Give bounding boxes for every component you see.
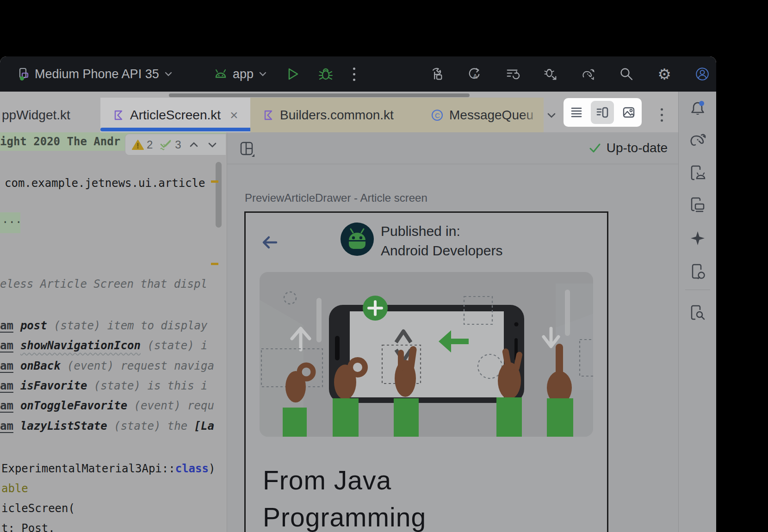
back-arrow-icon [261,233,279,252]
code-line-argument: t: Post. [1,521,55,532]
right-tool-stripe [678,92,716,532]
chevron-down-icon[interactable] [207,141,217,149]
logcat-button[interactable] [688,164,707,182]
device-mirroring-button[interactable] [688,262,707,281]
run-config-label: app [233,67,254,81]
kotlin-file-icon [262,109,274,121]
device-phone-icon [17,67,31,81]
build-button[interactable] [429,67,444,81]
settings-button[interactable]: ⚙ [657,67,672,81]
code-line-param: amlazyListState (state) the [La [0,419,214,433]
design-view-button[interactable] [617,101,640,124]
publisher-name: Android Developers [381,241,502,260]
folded-imports-block[interactable]: ... [0,212,20,233]
preview-status-label: Up-to-date [607,141,668,155]
close-icon[interactable]: × [230,107,238,123]
preview-status: Up-to-date [588,132,668,164]
split-view-button[interactable] [591,101,614,124]
gradle-button[interactable] [688,130,707,149]
article-title: From Java Programming [263,462,426,532]
preview-toolbar: Up-to-date [227,132,679,164]
preview-device-frame: Published in: Android Developers [244,211,608,532]
preview-layout-icon[interactable] [240,142,255,157]
code-line-param: amonBack (event) request naviga [0,359,214,373]
publisher-avatar [341,223,374,256]
chevron-down-icon [163,69,173,79]
gear-icon: ⚙ [657,67,671,82]
stripe-divider [685,290,710,290]
code-line-param: amisFavorite (state) is this i [0,379,208,393]
passed-count: 3 [175,138,181,151]
code-editor[interactable]: ight 2020 The Andr 2 [0,132,226,532]
gradle-sync-button[interactable] [581,67,596,81]
editor-view-mode-toggle [564,98,642,127]
code-line-optin: ExperimentalMaterial3Api::class) [1,462,215,476]
warning-count: 2 [147,138,153,151]
gemini-button[interactable] [688,229,707,247]
compose-preview-panel: Up-to-date PreviewArticleDrawer - Articl… [227,132,679,532]
code-line-param: amonToggleFavorite (event) requ [0,399,214,413]
svg-text:C: C [435,111,440,119]
kebab-icon [661,108,663,122]
run-configuration-selector[interactable]: app [213,56,268,92]
code-line-param: amshowNavigationIcon (state) i [0,339,208,353]
code-view-button[interactable] [565,101,588,124]
running-devices-button[interactable] [688,196,707,214]
search-everywhere-button[interactable] [619,67,634,81]
check-icon [588,142,601,154]
code-line-comment: eless Article Screen that displ [0,277,207,291]
code-line-copyright: ight 2020 The Andr [0,135,120,148]
device-selector[interactable]: Medium Phone API 35 [17,56,173,92]
debug-button[interactable] [317,56,334,92]
notifications-button[interactable] [688,99,707,118]
tab-scroll-indicator[interactable] [169,93,470,97]
hidden-tabs-chevron[interactable] [540,98,563,132]
account-avatar[interactable] [695,67,710,81]
android-icon [213,67,229,81]
chevron-down-icon [258,69,268,79]
tab-appwidget[interactable]: ppWidget.kt [0,98,102,132]
article-hero-image [260,272,593,437]
tab-builders-common[interactable]: Builders.common.kt [250,98,434,132]
apply-changes-button[interactable]: A [467,67,482,81]
publisher-block: Published in: Android Developers [381,222,502,260]
active-tab-indicator [100,128,262,131]
code-line-function: icleScreen( [1,501,75,515]
scrollbar-warning-mark[interactable] [211,180,218,183]
tab-options-button[interactable] [651,98,672,132]
attach-debugger-button[interactable] [543,67,558,81]
kotlin-file-icon [112,109,124,121]
toolbar-more-button[interactable] [353,56,355,92]
tab-messagequeue[interactable]: C MessageQueu [421,98,544,132]
warning-icon [132,139,144,150]
published-in-label: Published in: [381,222,502,241]
device-selector-label: Medium Phone API 35 [35,67,159,81]
rerun-tests-button[interactable] [505,67,520,81]
tab-articlescreen[interactable]: ArticleScreen.kt × [100,98,262,132]
chevron-up-icon[interactable] [189,141,199,149]
inspections-widget[interactable]: 2 3 [125,134,226,155]
editor-tab-bar: ppWidget.kt ArticleScreen.kt × Builders.… [0,92,678,132]
code-line-param: ampost (state) item to display [0,319,207,333]
run-button[interactable] [285,56,301,92]
code-line-package: com.example.jetnews.ui.article [5,176,205,190]
app-inspection-button[interactable] [688,303,707,322]
ide-window: Medium Phone API 35 app [0,56,716,532]
editor-scrollbar-thumb[interactable] [216,162,222,228]
notification-badge [699,101,704,106]
class-icon: C [431,109,444,122]
preview-name-label[interactable]: PreviewArticleDrawer - Article screen [245,192,427,204]
code-line-annotation: able [1,482,28,495]
scrollbar-warning-mark[interactable] [211,263,218,265]
double-check-icon [159,139,172,151]
svg-text:A: A [473,73,477,80]
main-toolbar: Medium Phone API 35 app [0,56,716,92]
kebab-icon [353,68,355,81]
